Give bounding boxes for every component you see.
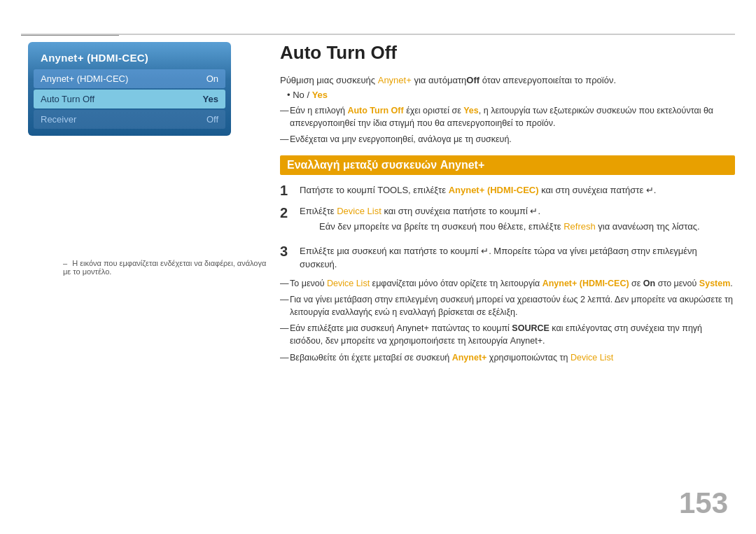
page-title: Auto Turn Off bbox=[280, 42, 735, 64]
menu-title: Anynet+ (HDMI-CEC) bbox=[34, 48, 225, 69]
section-heading: Εναλλαγή μεταξύ συσκευών Anynet+ bbox=[280, 155, 735, 175]
right-panel: Auto Turn Off Ρύθμιση μιας συσκευής Anyn… bbox=[280, 42, 735, 367]
page-number: 153 bbox=[679, 486, 728, 520]
menu-box: Anynet+ (HDMI-CEC) Anynet+ (HDMI-CEC) On… bbox=[28, 42, 231, 136]
note-1: — Εάν η επιλογή Auto Turn Off έχει οριστ… bbox=[280, 104, 735, 129]
step-1: 1 Πατήστε το κουμπί TOOLS, επιλέξτε Anyn… bbox=[280, 182, 735, 199]
intro-paragraph: Ρύθμιση μιας συσκευής Anynet+ για αυτόμα… bbox=[280, 75, 735, 85]
step-2: 2 Επιλέξτε Device List και στη συνέχεια … bbox=[280, 204, 735, 237]
sub-note-3: — Εάν επιλέξατε μια συσκευή Anynet+ πατώ… bbox=[280, 322, 735, 347]
sub-note-4: — Βεβαιωθείτε ότι έχετε μεταβεί σε συσκε… bbox=[280, 351, 735, 364]
note-2: — Ενδέχεται να μην ενεργοποιηθεί, ανάλογ… bbox=[280, 133, 735, 146]
sub-note-2: — Για να γίνει μετάβαση στην επιλεγμένη … bbox=[280, 293, 735, 318]
menu-item-anynet[interactable]: Anynet+ (HDMI-CEC) On bbox=[34, 69, 225, 88]
menu-item-autoturnoff-label: Auto Turn Off bbox=[41, 94, 94, 104]
menu-item-anynet-value: On bbox=[206, 73, 218, 84]
menu-item-anynet-label: Anynet+ (HDMI-CEC) bbox=[41, 73, 128, 84]
top-divider-line bbox=[21, 34, 735, 35]
bullet-no-yes: No / Yes bbox=[287, 90, 735, 100]
refresh-note: Εάν δεν μπορείτε να βρείτε τη συσκευή πο… bbox=[319, 221, 700, 232]
menu-item-receiver-label: Receiver bbox=[41, 114, 76, 125]
sub-note-1: — Το μενού Device List εμφανίζεται μόνο … bbox=[280, 277, 735, 290]
bullet-list: No / Yes bbox=[287, 90, 735, 100]
anynet-link: Anynet+ bbox=[378, 75, 412, 85]
menu-item-receiver-value: Off bbox=[206, 114, 218, 125]
menu-item-autoturnoff[interactable]: Auto Turn Off Yes bbox=[34, 90, 225, 108]
left-panel: Anynet+ (HDMI-CEC) Anynet+ (HDMI-CEC) On… bbox=[28, 42, 245, 136]
menu-item-autoturnoff-value: Yes bbox=[203, 94, 218, 104]
step-3: 3 Επιλέξτε μια συσκευή και πατήστε το κο… bbox=[280, 243, 735, 272]
left-footnote: Η εικόνα που εμφανίζεται ενδέχεται να δι… bbox=[56, 259, 273, 276]
menu-item-receiver[interactable]: Receiver Off bbox=[34, 110, 225, 129]
